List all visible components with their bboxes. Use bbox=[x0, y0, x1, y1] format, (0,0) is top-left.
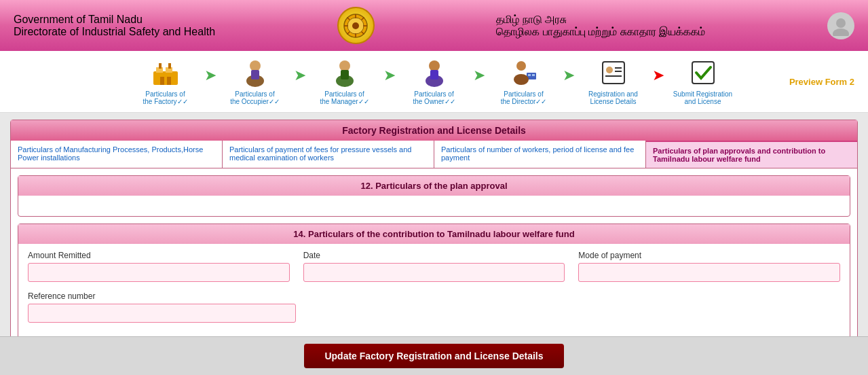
tab-payment-fees[interactable]: Particulars of payment of fees for press… bbox=[223, 141, 434, 168]
svg-rect-31 bbox=[528, 74, 531, 76]
stepper: Particulars ofthe Factory✓✓ ➤ Particular… bbox=[0, 51, 868, 113]
occupier-icon bbox=[240, 58, 270, 88]
plan-approval-body bbox=[18, 196, 850, 216]
welfare-fund-section: 14. Particulars of the contribution to T… bbox=[18, 224, 850, 342]
tab-plan-approvals[interactable]: Particulars of plan approvals and contri… bbox=[646, 141, 857, 168]
svg-rect-25 bbox=[341, 70, 349, 79]
main-section-box: Factory Registration and License Details… bbox=[10, 120, 858, 350]
header-right: தமிழ் நாடு அரசு தொழிலக பாதுகாப்பு மற்றும… bbox=[496, 14, 705, 38]
mode-label: Mode of payment bbox=[578, 251, 840, 260]
svg-point-23 bbox=[339, 60, 350, 71]
tab-manufacturing[interactable]: Particulars of Manufacturing Processes, … bbox=[11, 141, 223, 168]
arrow-1: ➤ bbox=[204, 67, 216, 96]
update-button[interactable]: Update Factory Registration and License … bbox=[304, 344, 563, 368]
section-header: Factory Registration and License Details bbox=[11, 120, 857, 141]
svg-point-33 bbox=[514, 74, 529, 85]
svg-rect-19 bbox=[167, 77, 171, 85]
svg-rect-13 bbox=[153, 71, 178, 85]
svg-point-26 bbox=[429, 60, 440, 71]
svg-rect-17 bbox=[168, 63, 171, 69]
emblem-icon bbox=[337, 7, 375, 44]
svg-rect-22 bbox=[251, 70, 259, 79]
plan-approval-header: 12. Particulars of the plan approval bbox=[18, 176, 850, 196]
step-manager[interactable]: Particulars ofthe Manager✓✓ bbox=[307, 58, 382, 105]
arrow-5: ➤ bbox=[563, 67, 575, 96]
svg-point-2 bbox=[352, 22, 359, 29]
svg-rect-34 bbox=[603, 62, 624, 84]
bottom-bar: Update Factory Registration and License … bbox=[0, 336, 868, 375]
date-label: Date bbox=[303, 251, 565, 260]
svg-point-35 bbox=[606, 67, 613, 73]
welfare-fund-body: Amount Remitted Date Mode of payment Ref… bbox=[18, 244, 850, 342]
arrow-4: ➤ bbox=[473, 67, 485, 96]
svg-rect-38 bbox=[605, 75, 622, 77]
svg-point-20 bbox=[250, 60, 261, 71]
form-row-1: Amount Remitted Date Mode of payment bbox=[28, 251, 840, 282]
manager-icon bbox=[330, 58, 360, 88]
submit-icon bbox=[688, 58, 718, 88]
arrow-6: ➤ bbox=[652, 67, 664, 96]
svg-rect-32 bbox=[532, 74, 535, 76]
plan-approval-section: 12. Particulars of the plan approval bbox=[18, 175, 850, 217]
mode-of-payment-input[interactable] bbox=[578, 263, 840, 282]
form-group-mode: Mode of payment bbox=[578, 251, 840, 282]
form-group-date: Date bbox=[303, 251, 565, 282]
reference-label: Reference number bbox=[28, 291, 296, 301]
header-left: Government of Tamil Nadu Directorate of … bbox=[14, 14, 215, 38]
date-input[interactable] bbox=[303, 263, 565, 282]
preview-form-label: Preview Form 2 bbox=[789, 77, 854, 87]
header-emblem bbox=[337, 7, 375, 44]
welfare-fund-header: 14. Particulars of the contribution to T… bbox=[18, 224, 850, 244]
svg-rect-16 bbox=[159, 63, 162, 69]
tabs-row: Particulars of Manufacturing Processes, … bbox=[11, 141, 857, 168]
step-occupier[interactable]: Particulars ofthe Occupier✓✓ bbox=[218, 58, 293, 105]
amount-remitted-input[interactable] bbox=[28, 263, 290, 282]
step-factory[interactable]: Particulars ofthe Factory✓✓ bbox=[128, 58, 203, 105]
form-row-2: Reference number bbox=[28, 291, 840, 323]
svg-point-11 bbox=[836, 18, 846, 28]
reference-number-input[interactable] bbox=[28, 304, 296, 323]
avatar-icon bbox=[831, 16, 851, 36]
form-group-reference: Reference number bbox=[28, 291, 296, 323]
svg-rect-36 bbox=[615, 67, 622, 69]
tab-workers[interactable]: Particulars of number of workers, period… bbox=[434, 141, 646, 168]
svg-point-29 bbox=[516, 61, 526, 71]
factory-icon bbox=[151, 58, 181, 88]
avatar[interactable] bbox=[827, 12, 854, 39]
svg-point-12 bbox=[833, 29, 849, 36]
director-icon bbox=[509, 58, 539, 88]
registration-icon bbox=[599, 58, 628, 88]
arrow-3: ➤ bbox=[383, 67, 396, 96]
amount-label: Amount Remitted bbox=[28, 251, 290, 260]
emblem-svg bbox=[343, 13, 369, 39]
step-registration[interactable]: Registration andLicense Details bbox=[576, 58, 651, 105]
step-director[interactable]: Particulars ofthe Director✓✓ bbox=[487, 58, 561, 105]
step-submit[interactable]: Submit Registrationand License bbox=[666, 58, 740, 105]
owner-icon bbox=[419, 58, 449, 88]
page-header: Government of Tamil Nadu Directorate of … bbox=[0, 0, 868, 51]
svg-rect-18 bbox=[160, 77, 164, 85]
svg-rect-37 bbox=[615, 71, 622, 72]
step-owner[interactable]: Particulars ofthe Owner✓✓ bbox=[397, 58, 472, 105]
arrow-2: ➤ bbox=[294, 67, 306, 96]
svg-rect-28 bbox=[430, 70, 438, 79]
form-group-amount: Amount Remitted bbox=[28, 251, 290, 282]
